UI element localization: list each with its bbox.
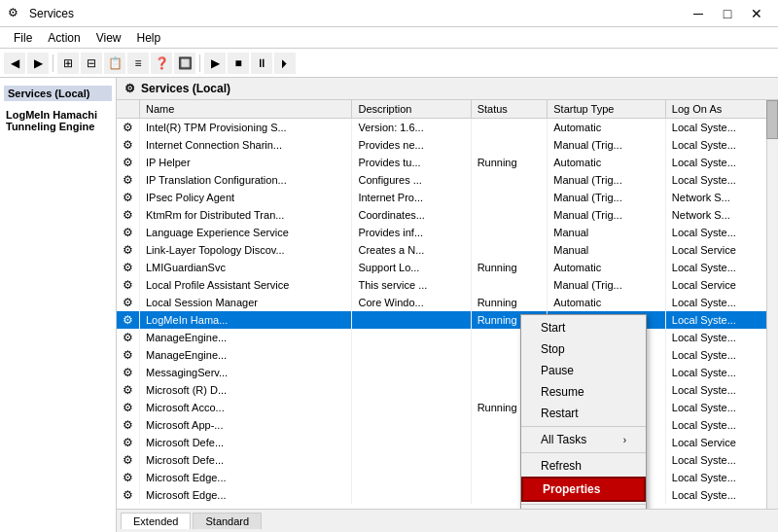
- table-row[interactable]: ⚙Language Experience ServiceProvides inf…: [117, 224, 778, 241]
- tab-extended[interactable]: Extended: [121, 513, 191, 529]
- menu-action[interactable]: Action: [40, 29, 88, 47]
- left-panel-title: Services (Local): [4, 86, 112, 101]
- list-button[interactable]: ≡: [127, 53, 149, 74]
- row-icon: ⚙: [117, 416, 140, 434]
- properties-button[interactable]: 📋: [104, 53, 125, 74]
- play-button[interactable]: ▶: [204, 53, 226, 74]
- context-menu-start[interactable]: Start: [521, 317, 646, 338]
- context-menu-stop[interactable]: Stop: [521, 338, 646, 360]
- row-logon: Local Syste...: [665, 329, 777, 346]
- table-row[interactable]: ⚙MessagingServ...Manual (Trig...Local Sy…: [117, 364, 778, 381]
- row-icon: ⚙: [117, 329, 140, 346]
- row-logon: Local Syste...: [665, 311, 777, 329]
- toggle-button[interactable]: ⊟: [81, 53, 102, 74]
- scrollbar-thumb[interactable]: [766, 100, 778, 139]
- row-description: Provides inf...: [352, 224, 471, 241]
- row-name: Microsoft Edge...: [140, 486, 352, 504]
- title-bar: ⚙ Services ─ □ ✕: [0, 0, 778, 27]
- stop-button[interactable]: ■: [228, 53, 249, 74]
- help-button[interactable]: ❓: [151, 53, 172, 74]
- table-row[interactable]: ⚙Microsoft (R) D...ManualLocal Syste...: [117, 381, 778, 399]
- context-menu-properties[interactable]: Properties: [521, 477, 646, 502]
- tab-standard[interactable]: Standard: [193, 513, 262, 529]
- row-description: Support Lo...: [352, 259, 471, 276]
- row-name: Local Session Manager: [140, 294, 352, 311]
- menu-help[interactable]: Help: [129, 29, 169, 47]
- row-description: [352, 399, 471, 416]
- table-row[interactable]: ⚙Microsoft Defe...ManualLocal Service: [117, 434, 778, 451]
- table-row[interactable]: ⚙Internet Connection Sharin...Provides n…: [117, 136, 778, 154]
- minimize-button[interactable]: ─: [685, 4, 712, 23]
- col-name[interactable]: Name: [140, 100, 352, 119]
- forward-button[interactable]: ▶: [27, 53, 49, 74]
- table-row[interactable]: ⚙IP Translation Configuration...Configur…: [117, 171, 778, 189]
- scrollbar[interactable]: [766, 100, 778, 509]
- menu-view[interactable]: View: [88, 29, 129, 47]
- row-name: Microsoft (R) D...: [140, 381, 352, 399]
- col-status[interactable]: Status: [471, 100, 548, 119]
- row-name: Microsoft Defe...: [140, 451, 352, 469]
- context-menu-refresh[interactable]: Refresh: [521, 455, 646, 477]
- context-menu-restart[interactable]: Restart: [521, 403, 646, 424]
- row-name: LogMeIn Hama...: [140, 311, 352, 329]
- row-description: Coordinates...: [352, 206, 471, 224]
- row-startup: Manual: [548, 241, 666, 259]
- table-row[interactable]: ⚙Local Profile Assistant ServiceThis ser…: [117, 276, 778, 294]
- row-startup: Automatic: [548, 154, 666, 171]
- back-button[interactable]: ◀: [4, 53, 25, 74]
- context-menu-pause[interactable]: Pause: [521, 360, 646, 381]
- row-description: [352, 469, 471, 486]
- pause-button[interactable]: ⏸: [251, 53, 272, 74]
- row-icon: ⚙: [117, 486, 140, 504]
- table-row[interactable]: ⚙KtmRm for Distributed Tran...Coordinate…: [117, 206, 778, 224]
- row-logon: Local Syste...: [665, 486, 777, 504]
- table-row[interactable]: ⚙LMIGuardianSvcSupport Lo...RunningAutom…: [117, 259, 778, 276]
- table-row[interactable]: ⚙Local Session ManagerCore Windo...Runni…: [117, 294, 778, 311]
- show-hide-button[interactable]: ⊞: [57, 53, 79, 74]
- context-menu-help[interactable]: Help: [521, 507, 646, 509]
- table-row[interactable]: ⚙ManageEngine...ManualLocal Syste...: [117, 346, 778, 364]
- row-name: MessagingServ...: [140, 364, 352, 381]
- new-window-button[interactable]: 🔲: [174, 53, 195, 74]
- table-row[interactable]: ⚙Microsoft App-...DisabledLocal Syste...: [117, 416, 778, 434]
- table-row[interactable]: ⚙ManageEngine...AutomaticLocal Syste...: [117, 329, 778, 346]
- row-description: [352, 486, 471, 504]
- row-icon: ⚙: [117, 434, 140, 451]
- services-table-container[interactable]: Name Description Status Startup Type Log…: [117, 100, 778, 509]
- context-menu-separator-1: [521, 426, 646, 427]
- close-button[interactable]: ✕: [743, 4, 770, 23]
- table-row[interactable]: ⚙Microsoft Edge...ManualLocal Syste...: [117, 469, 778, 486]
- row-description: Creates a N...: [352, 241, 471, 259]
- context-menu-resume[interactable]: Resume: [521, 381, 646, 403]
- col-description[interactable]: Description: [352, 100, 471, 119]
- row-name: Internet Connection Sharin...: [140, 136, 352, 154]
- row-logon: Local Syste...: [665, 171, 777, 189]
- maximize-button[interactable]: □: [714, 4, 741, 23]
- window-title: Services: [29, 7, 685, 20]
- row-name: Microsoft App-...: [140, 416, 352, 434]
- table-row[interactable]: ⚙LogMeIn Hama...RunningAutomaticLocal Sy…: [117, 311, 778, 329]
- table-row[interactable]: ⚙Link-Layer Topology Discov...Creates a …: [117, 241, 778, 259]
- left-panel: Services (Local) LogMeIn Hamachi Tunneli…: [0, 78, 117, 532]
- menu-file[interactable]: File: [6, 29, 40, 47]
- row-name: IP Helper: [140, 154, 352, 171]
- table-row[interactable]: ⚙IPsec Policy AgentInternet Pro...Manual…: [117, 189, 778, 206]
- context-menu-all-tasks[interactable]: All Tasks ›: [521, 429, 646, 450]
- row-description: Provides ne...: [352, 136, 471, 154]
- row-logon: Local Service: [665, 241, 777, 259]
- col-logon[interactable]: Log On As: [665, 100, 777, 119]
- row-startup: Manual (Trig...: [548, 276, 666, 294]
- table-row[interactable]: ⚙Microsoft Defe...ManualLocal Syste...: [117, 451, 778, 469]
- row-name: IPsec Policy Agent: [140, 189, 352, 206]
- row-icon: ⚙: [117, 154, 140, 171]
- col-startup[interactable]: Startup Type: [548, 100, 666, 119]
- row-startup: Automatic: [548, 259, 666, 276]
- resume-button[interactable]: ⏵: [274, 53, 296, 74]
- table-row[interactable]: ⚙IP HelperProvides tu...RunningAutomatic…: [117, 154, 778, 171]
- window-controls: ─ □ ✕: [685, 4, 770, 23]
- row-name: Microsoft Edge...: [140, 469, 352, 486]
- table-row[interactable]: ⚙Intel(R) TPM Provisioning S...Version: …: [117, 119, 778, 137]
- row-description: [352, 346, 471, 364]
- table-row[interactable]: ⚙Microsoft Edge...Automatic (...Local Sy…: [117, 486, 778, 504]
- table-row[interactable]: ⚙Microsoft Acco...RunningManual (Trig...…: [117, 399, 778, 416]
